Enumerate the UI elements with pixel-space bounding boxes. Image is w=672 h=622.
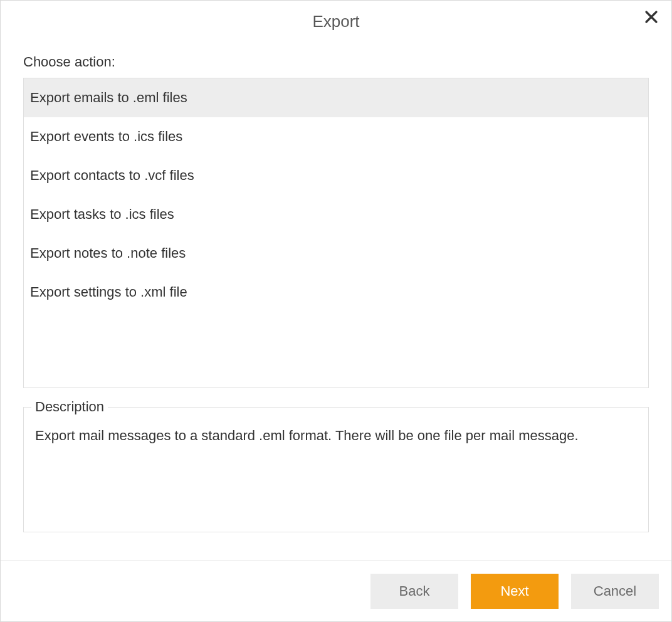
action-export-contacts[interactable]: Export contacts to .vcf files (24, 156, 648, 195)
action-export-settings[interactable]: Export settings to .xml file (24, 273, 648, 312)
description-box: Description Export mail messages to a st… (23, 407, 649, 532)
action-export-events[interactable]: Export events to .ics files (24, 117, 648, 156)
dialog-title: Export (1, 12, 671, 31)
next-button[interactable]: Next (471, 574, 559, 609)
export-dialog: Export Choose action: Export emails to .… (0, 0, 672, 622)
action-export-tasks[interactable]: Export tasks to .ics files (24, 195, 648, 234)
action-list: Export emails to .eml files Export event… (23, 78, 649, 388)
action-export-notes[interactable]: Export notes to .note files (24, 234, 648, 273)
description-legend: Description (31, 399, 108, 415)
dialog-body: Choose action: Export emails to .eml fil… (1, 43, 671, 561)
close-icon[interactable] (644, 9, 659, 27)
description-text: Export mail messages to a standard .eml … (35, 426, 637, 446)
dialog-header: Export (1, 1, 671, 43)
back-button[interactable]: Back (370, 574, 458, 609)
cancel-button[interactable]: Cancel (571, 574, 659, 609)
action-export-emails[interactable]: Export emails to .eml files (24, 78, 648, 117)
choose-action-label: Choose action: (23, 54, 649, 70)
dialog-footer: Back Next Cancel (1, 561, 671, 621)
